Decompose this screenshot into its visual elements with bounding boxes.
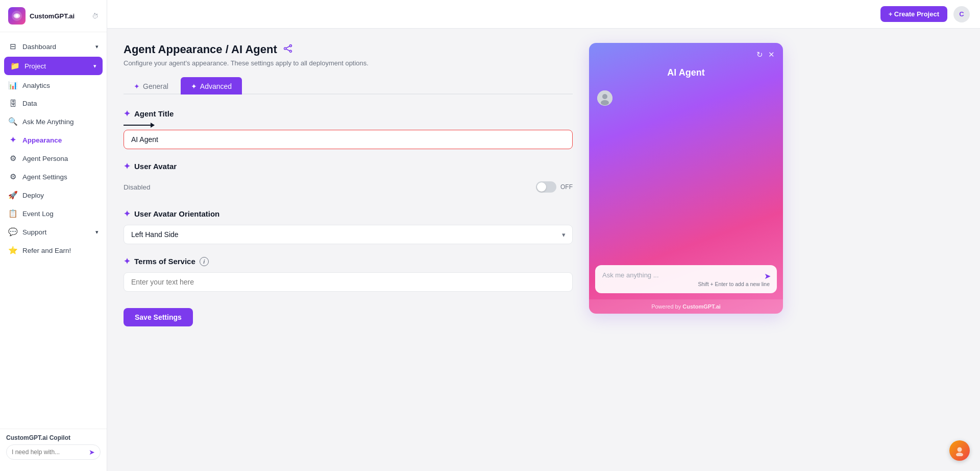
refresh-icon[interactable]: ↻ bbox=[756, 50, 763, 59]
preview-footer-brand: CustomGPT.ai bbox=[682, 303, 721, 310]
user-avatar-toggle[interactable] bbox=[536, 181, 556, 193]
svg-point-1 bbox=[15, 14, 18, 17]
svg-point-3 bbox=[284, 48, 286, 50]
sidebar-item-ask-me-anything[interactable]: 🔍 Ask Me Anything bbox=[0, 112, 107, 131]
sidebar-item-label: Deploy bbox=[22, 192, 44, 199]
save-settings-button[interactable]: Save Settings bbox=[124, 308, 193, 326]
chevron-down-icon: ▾ bbox=[95, 229, 99, 236]
topbar: + Create Project C bbox=[107, 0, 980, 29]
user-avatar-orientation-header: ✦ User Avatar Orientation bbox=[124, 209, 573, 219]
preview-title: AI Agent bbox=[589, 63, 783, 86]
bottom-right-avatar[interactable] bbox=[949, 440, 970, 461]
sidebar-item-label: Project bbox=[24, 62, 46, 70]
preview-header: ↻ ✕ bbox=[589, 43, 783, 63]
data-icon: 🗄 bbox=[8, 99, 17, 108]
page-subtitle: Configure your agent's appearance. These… bbox=[124, 59, 573, 67]
sidebar-item-label: Support bbox=[22, 228, 46, 236]
refer-icon: ⭐ bbox=[8, 246, 17, 255]
left-panel: Agent Appearance / AI Agent Configure yo… bbox=[124, 43, 573, 457]
user-avatar-orientation-section: ✦ User Avatar Orientation Left Hand Side… bbox=[124, 209, 573, 244]
agent-title-input[interactable] bbox=[124, 130, 573, 149]
clock-icon: ⏱ bbox=[92, 12, 99, 20]
sidebar-item-label: Agent Persona bbox=[22, 155, 68, 162]
chevron-down-icon: ▾ bbox=[93, 63, 96, 69]
user-avatar-header: ✦ User Avatar bbox=[124, 161, 573, 171]
preview-input-placeholder: Ask me anything ... bbox=[602, 271, 770, 279]
sidebar-logo: CustomGPT.ai ⏱ bbox=[0, 0, 107, 32]
send-icon[interactable]: ➤ bbox=[89, 448, 95, 456]
orientation-select-wrap: Left Hand Side Right Hand Side ▾ bbox=[124, 225, 573, 244]
svg-point-8 bbox=[602, 94, 607, 99]
preview-message-row bbox=[597, 90, 775, 106]
sidebar-item-agent-settings[interactable]: ⚙ Agent Settings bbox=[0, 168, 107, 186]
svg-point-11 bbox=[956, 453, 963, 456]
sidebar-item-appearance[interactable]: ✦ Appearance bbox=[0, 131, 107, 149]
sidebar-item-label: Dashboard bbox=[22, 43, 56, 51]
sidebar-item-deploy[interactable]: 🚀 Deploy bbox=[0, 186, 107, 204]
user-avatar-label: User Avatar bbox=[134, 162, 177, 171]
support-icon: 💬 bbox=[8, 227, 17, 237]
preview-input-area: Ask me anything ... ➤ Shift + Enter to a… bbox=[595, 265, 777, 293]
preview-input-hint: Shift + Enter to add a new line bbox=[602, 281, 770, 287]
toggle-status: OFF bbox=[560, 183, 573, 191]
sidebar-item-analytics[interactable]: 📊 Analytics bbox=[0, 76, 107, 95]
user-avatar-toggle-row: Disabled OFF bbox=[124, 177, 573, 197]
topbar-avatar: C bbox=[953, 6, 970, 22]
settings-icon: ⚙ bbox=[8, 172, 17, 181]
svg-line-6 bbox=[286, 46, 289, 48]
sidebar-item-event-log[interactable]: 📋 Event Log bbox=[0, 204, 107, 223]
tab-general[interactable]: ✦ General bbox=[124, 77, 179, 95]
sidebar-nav: ⊟ Dashboard ▾ 📁 Project ▾ 📊 Analytics 🗄 … bbox=[0, 32, 107, 429]
sidebar-item-label: Agent Settings bbox=[22, 173, 67, 181]
sidebar-item-data[interactable]: 🗄 Data bbox=[0, 95, 107, 112]
sidebar-item-project[interactable]: 📁 Project ▾ bbox=[4, 57, 103, 75]
user-avatar-orientation-label: User Avatar Orientation bbox=[134, 209, 219, 218]
ask-icon: 🔍 bbox=[8, 117, 17, 126]
info-icon[interactable]: i bbox=[200, 257, 209, 266]
svg-point-2 bbox=[289, 45, 291, 47]
close-icon[interactable]: ✕ bbox=[768, 50, 775, 59]
terms-of-service-label: Terms of Service bbox=[134, 257, 195, 266]
svg-point-4 bbox=[289, 50, 291, 52]
sidebar-item-label: Analytics bbox=[22, 82, 50, 89]
svg-line-5 bbox=[286, 49, 289, 51]
sidebar-item-support[interactable]: 💬 Support ▾ bbox=[0, 223, 107, 241]
sidebar-item-dashboard[interactable]: ⊟ Dashboard ▾ bbox=[0, 37, 107, 56]
preview-panel: ↻ ✕ AI Agent Ask me anything bbox=[589, 43, 783, 314]
content-area: Agent Appearance / AI Agent Configure yo… bbox=[107, 29, 980, 471]
sidebar-item-agent-persona[interactable]: ⚙ Agent Persona bbox=[0, 149, 107, 168]
event-log-icon: 📋 bbox=[8, 209, 17, 218]
terms-of-service-header: ✦ Terms of Service i bbox=[124, 256, 573, 266]
appearance-icon: ✦ bbox=[8, 135, 17, 145]
share-icon[interactable] bbox=[283, 44, 292, 55]
analytics-icon: 📊 bbox=[8, 81, 17, 90]
user-avatar-icon: ✦ bbox=[124, 161, 130, 171]
terms-of-service-section: ✦ Terms of Service i bbox=[124, 256, 573, 292]
agent-title-label: Agent Title bbox=[134, 109, 174, 118]
dashboard-icon: ⊟ bbox=[8, 42, 17, 51]
tab-general-label: General bbox=[143, 82, 168, 90]
copilot-input[interactable] bbox=[12, 449, 89, 456]
logo-text: CustomGPT.ai bbox=[30, 12, 75, 20]
orientation-icon: ✦ bbox=[124, 209, 130, 219]
section-icon: ✦ bbox=[124, 109, 130, 119]
orientation-select[interactable]: Left Hand Side Right Hand Side bbox=[124, 225, 573, 244]
svg-point-9 bbox=[601, 100, 609, 105]
user-avatar-section: ✦ User Avatar Disabled OFF bbox=[124, 161, 573, 197]
terms-of-service-input[interactable] bbox=[124, 272, 573, 292]
preview-send-icon[interactable]: ➤ bbox=[764, 271, 771, 281]
sidebar-item-label: Refer and Earn! bbox=[22, 247, 71, 254]
preview-messages bbox=[589, 86, 783, 259]
agent-title-header: ✦ Agent Title bbox=[124, 109, 573, 119]
arrow-line bbox=[124, 125, 154, 126]
sidebar-item-refer[interactable]: ⭐ Refer and Earn! bbox=[0, 241, 107, 260]
tab-advanced[interactable]: ✦ Advanced bbox=[181, 77, 242, 95]
sidebar-item-label: Event Log bbox=[22, 210, 54, 218]
svg-point-10 bbox=[958, 448, 962, 452]
copilot-section: CustomGPT.ai Copilot ➤ bbox=[0, 429, 107, 465]
create-project-button[interactable]: + Create Project bbox=[880, 6, 947, 22]
page-title: Agent Appearance / AI Agent bbox=[124, 43, 573, 56]
toggle-disabled-label: Disabled bbox=[124, 183, 151, 191]
sidebar-item-label: Appearance bbox=[22, 136, 62, 144]
preview-footer-text: Powered by bbox=[651, 303, 682, 310]
